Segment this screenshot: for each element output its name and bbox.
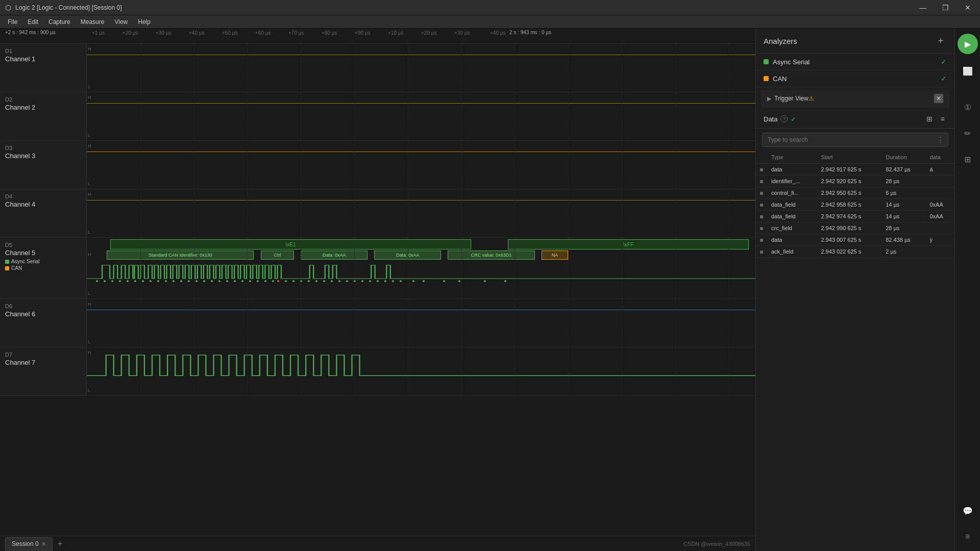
close-button[interactable]: ✕ bbox=[961, 3, 975, 13]
channel-row: D6 Channel 6 H L bbox=[0, 299, 755, 347]
channel-2-label: D2 Channel 2 bbox=[0, 92, 87, 140]
ch7-waveform bbox=[87, 350, 755, 386]
svg-point-8 bbox=[157, 280, 159, 282]
protocol-icon[interactable]: ① bbox=[959, 98, 977, 116]
row-data: á bbox=[925, 164, 954, 176]
svg-point-10 bbox=[173, 280, 175, 282]
grid-view-btn[interactable]: ⊞ bbox=[924, 114, 935, 124]
right-sidebar: ▶ ⬜ ① ✏ ⊞ 💬 ≡ bbox=[954, 29, 980, 551]
list-view-btn[interactable]: ≡ bbox=[939, 114, 947, 124]
channel-1-id: D1 bbox=[5, 48, 81, 54]
channel-6-name: Channel 6 bbox=[5, 310, 81, 318]
marker-7: +70 µs bbox=[288, 30, 304, 36]
channel-2-name: Channel 2 bbox=[5, 104, 81, 111]
svg-point-40 bbox=[400, 280, 402, 282]
table-row[interactable]: identifier_... 2.942 920 625 s 28 µs bbox=[756, 176, 954, 187]
watermark: CSDN @weixin_43008635 bbox=[683, 541, 750, 547]
table-row[interactable]: data 2.942 917 625 s 82.437 µs á bbox=[756, 164, 954, 176]
signal-dots bbox=[87, 276, 755, 286]
svg-point-19 bbox=[241, 280, 243, 282]
data-section-header: Data ? ✓ ⊞ ≡ bbox=[756, 110, 954, 129]
add-analyzer-btn[interactable]: + bbox=[935, 35, 947, 47]
menu-measure[interactable]: Measure bbox=[76, 17, 110, 27]
can-label: CAN bbox=[11, 265, 22, 271]
channel-row: D4 Channel 4 H L bbox=[0, 189, 755, 238]
channel-7-id: D7 bbox=[5, 352, 81, 358]
svg-point-20 bbox=[249, 280, 251, 282]
grid-icon[interactable]: ⊞ bbox=[959, 150, 977, 168]
row-duration: 14 µs bbox=[881, 211, 925, 222]
minimize-button[interactable]: — bbox=[915, 3, 930, 13]
menu-edit[interactable]: Edit bbox=[22, 17, 43, 27]
session-close-btn[interactable]: × bbox=[42, 540, 46, 548]
svg-point-28 bbox=[308, 280, 310, 282]
marker-6: +60 µs bbox=[255, 30, 271, 36]
menu-view[interactable]: View bbox=[109, 17, 133, 27]
table-row[interactable]: ack_field 2.943 022 625 s 2 µs bbox=[756, 246, 954, 258]
trigger-expand-arrow[interactable]: ▶ bbox=[767, 95, 771, 102]
async-serial-label: Async Serial bbox=[11, 259, 40, 264]
maximize-button[interactable]: ❐ bbox=[938, 3, 953, 13]
table-row[interactable]: data_field 2.942 974 625 s 14 µs 0xAA bbox=[756, 211, 954, 222]
trigger-warning-icon: ⚠ bbox=[808, 95, 814, 102]
channel-row: D2 Channel 2 H L bbox=[0, 92, 755, 141]
search-input[interactable] bbox=[762, 133, 948, 147]
row-data: ÿ bbox=[925, 234, 954, 246]
menu-capture[interactable]: Capture bbox=[43, 17, 76, 27]
play-btn[interactable]: ▶ bbox=[958, 34, 978, 54]
svg-point-45 bbox=[484, 280, 486, 282]
svg-point-1 bbox=[104, 280, 106, 282]
svg-point-24 bbox=[277, 280, 279, 282]
channel-5-id: D5 bbox=[5, 242, 81, 248]
add-session-btn[interactable]: + bbox=[55, 539, 65, 548]
marker-4: +40 µs bbox=[189, 30, 205, 36]
col-data[interactable]: data bbox=[925, 151, 954, 164]
data-info-icon[interactable]: ? bbox=[780, 115, 788, 122]
svg-point-7 bbox=[150, 280, 152, 282]
can-segment-identifier: Standard CAN Identifier: 0x130 bbox=[107, 251, 254, 260]
svg-point-36 bbox=[369, 280, 371, 282]
channel-4-label: D4 Channel 4 bbox=[0, 189, 87, 237]
row-data bbox=[925, 176, 954, 187]
svg-point-11 bbox=[180, 280, 182, 282]
marker-12: +30 µs bbox=[454, 30, 470, 36]
menu-help[interactable]: Help bbox=[133, 17, 156, 27]
row-start: 2.943 007 625 s bbox=[817, 234, 881, 246]
col-indicator bbox=[756, 151, 767, 164]
col-type[interactable]: Type bbox=[767, 151, 817, 164]
channel-3-signal: H L bbox=[87, 141, 755, 189]
svg-point-23 bbox=[272, 280, 274, 282]
svg-point-4 bbox=[127, 280, 129, 282]
async-serial-analyzer: Async Serial ✓ bbox=[756, 54, 954, 70]
svg-point-30 bbox=[323, 280, 325, 282]
trigger-close-btn[interactable]: ✕ bbox=[934, 94, 943, 103]
svg-point-33 bbox=[346, 280, 348, 282]
capture-icon[interactable]: ⬜ bbox=[959, 62, 977, 80]
session-tab[interactable]: Session 0 × bbox=[5, 537, 53, 550]
table-row[interactable]: crc_field 2.942 990 625 s 28 µs bbox=[756, 222, 954, 234]
table-row[interactable]: control_fi... 2.942 950 625 s 6 µs bbox=[756, 187, 954, 199]
row-start: 2.942 950 625 s bbox=[817, 187, 881, 199]
channel-6-signal: H L bbox=[87, 299, 755, 347]
svg-point-6 bbox=[142, 280, 144, 282]
search-more-icon[interactable]: ⋮ bbox=[936, 135, 944, 145]
table-row[interactable]: data 2.943 007 625 s 82.438 µs ÿ bbox=[756, 234, 954, 246]
svg-point-14 bbox=[203, 280, 205, 282]
channel-5-name: Channel 5 bbox=[5, 249, 81, 257]
row-dot bbox=[756, 211, 767, 222]
row-duration: 14 µs bbox=[881, 199, 925, 211]
row-data bbox=[925, 246, 954, 258]
data-label: Data bbox=[764, 115, 777, 123]
svg-point-31 bbox=[331, 280, 333, 282]
menu-file[interactable]: File bbox=[3, 17, 22, 27]
svg-point-37 bbox=[377, 280, 379, 282]
svg-point-5 bbox=[134, 280, 136, 282]
l-marker: L bbox=[88, 133, 90, 138]
table-row[interactable]: data_field 2.942 958 625 s 14 µs 0xAA bbox=[756, 199, 954, 211]
can-frame-xff: \xFF bbox=[508, 239, 749, 249]
chat-icon[interactable]: 💬 bbox=[959, 502, 977, 520]
menu-icon[interactable]: ≡ bbox=[959, 528, 977, 546]
edit-icon[interactable]: ✏ bbox=[959, 124, 977, 142]
col-start[interactable]: Start bbox=[817, 151, 881, 164]
col-duration[interactable]: Duration bbox=[881, 151, 925, 164]
